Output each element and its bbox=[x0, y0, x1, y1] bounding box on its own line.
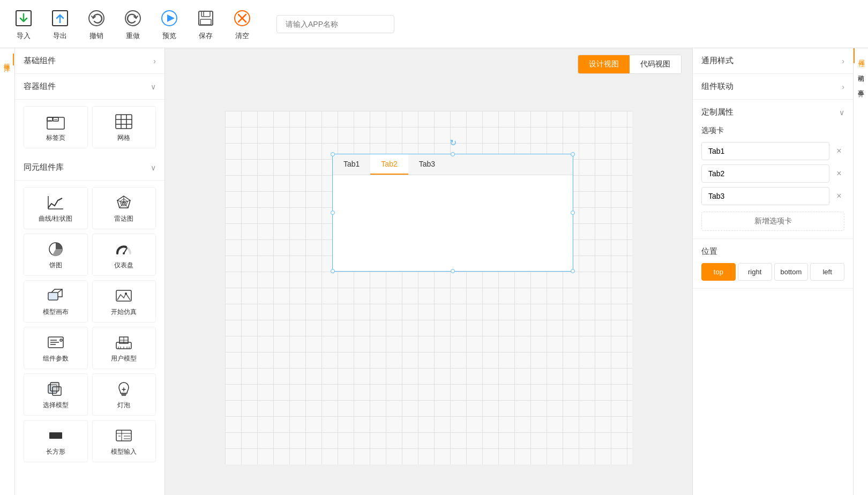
resize-handle-bl[interactable] bbox=[331, 269, 335, 273]
rectangle-component[interactable]: 长方形 bbox=[24, 420, 88, 462]
tab-input-row-3: × bbox=[701, 187, 844, 205]
rectangle-icon bbox=[46, 426, 65, 445]
select-model-icon bbox=[46, 379, 65, 399]
position-bottom-button[interactable]: bottom bbox=[774, 263, 809, 281]
resize-handle-tr[interactable] bbox=[571, 152, 575, 156]
tab-delete-1[interactable]: × bbox=[834, 146, 844, 156]
canvas-tab-2[interactable]: Tab2 bbox=[370, 154, 408, 175]
custom-attr-section: 定制属性 ∨ 选项卡 × × × bbox=[693, 100, 853, 239]
undo-icon bbox=[86, 8, 107, 29]
svg-line-30 bbox=[119, 202, 124, 208]
clear-button[interactable]: 清空 bbox=[229, 8, 255, 41]
resize-handle-mr[interactable] bbox=[571, 211, 575, 215]
same-unit-grid: 曲线/柱状图 雷达图 bbox=[15, 181, 164, 469]
far-right-sidebar: 属性 动画 事件 bbox=[853, 48, 868, 495]
select-model-component[interactable]: 选择模型 bbox=[24, 373, 88, 416]
radar-label: 雷达图 bbox=[114, 214, 133, 223]
model-canvas-component[interactable]: 模型画布 bbox=[24, 280, 88, 322]
tab-input-2[interactable] bbox=[701, 164, 829, 183]
export-icon bbox=[49, 8, 71, 29]
position-right-button[interactable]: right bbox=[738, 263, 772, 281]
svg-line-29 bbox=[124, 202, 128, 208]
import-button[interactable]: 导入 bbox=[11, 8, 36, 41]
sim-start-icon bbox=[114, 286, 133, 305]
container-components-header[interactable]: 容器组件 ∨ bbox=[15, 74, 164, 100]
position-left-button[interactable]: left bbox=[810, 263, 844, 281]
design-view-button[interactable]: 设计视图 bbox=[578, 55, 630, 73]
canvas-tab-1[interactable]: Tab1 bbox=[333, 154, 370, 175]
radar-component[interactable]: 雷达图 bbox=[92, 187, 156, 229]
tab-input-row-2: × bbox=[701, 164, 844, 183]
grid-icon bbox=[114, 112, 133, 131]
resize-handle-tm[interactable] bbox=[451, 152, 455, 156]
canvas-area: 设计视图 代码视图 ↻ Tab1 bbox=[165, 48, 692, 495]
canvas-tab-3[interactable]: Tab3 bbox=[408, 154, 446, 175]
model-canvas-label: 模型画布 bbox=[43, 308, 69, 317]
redo-label: 重做 bbox=[126, 31, 140, 41]
rotate-handle[interactable]: ↻ bbox=[448, 138, 457, 147]
comp-param-component[interactable]: 组件参数 bbox=[24, 327, 88, 369]
undo-button[interactable]: 撤销 bbox=[84, 8, 109, 41]
far-right-event-tab[interactable]: 事件 bbox=[854, 78, 867, 93]
tab-page-label: 标签页 bbox=[46, 133, 65, 142]
clear-icon bbox=[231, 8, 253, 29]
app-name-input[interactable] bbox=[276, 15, 394, 33]
position-top-button[interactable]: top bbox=[701, 263, 736, 281]
save-label: 保存 bbox=[199, 31, 213, 41]
canvas-wrapper[interactable]: ↻ Tab1 Tab2 Tab3 bbox=[165, 80, 692, 495]
component-link-header[interactable]: 组件联动 › bbox=[701, 81, 844, 92]
tab-delete-2[interactable]: × bbox=[834, 168, 844, 179]
gauge-label: 仪表盘 bbox=[114, 261, 133, 270]
pie-chart-component[interactable]: 饼图 bbox=[24, 234, 88, 276]
tab-delete-3[interactable]: × bbox=[834, 191, 844, 201]
component-link-title: 组件联动 bbox=[701, 81, 734, 92]
common-style-arrow: › bbox=[842, 57, 844, 65]
far-left-tab: 组件库 bbox=[0, 48, 15, 495]
same-unit-header[interactable]: 同元组件库 ∨ bbox=[15, 155, 164, 181]
clear-label: 清空 bbox=[235, 31, 249, 41]
pie-chart-icon bbox=[46, 239, 65, 259]
container-chevron-icon: ∨ bbox=[151, 82, 156, 91]
preview-button[interactable]: 预览 bbox=[156, 8, 182, 41]
tab-input-3[interactable] bbox=[701, 187, 829, 205]
pie-chart-label: 饼图 bbox=[49, 261, 62, 270]
same-unit-title: 同元组件库 bbox=[24, 162, 64, 172]
gauge-component[interactable]: 仪表盘 bbox=[92, 234, 156, 276]
resize-handle-br[interactable] bbox=[571, 269, 575, 273]
resize-handle-ml[interactable] bbox=[331, 211, 335, 215]
model-input-component[interactable]: 模型输入 bbox=[92, 420, 156, 462]
user-model-component[interactable]: 用户模型 bbox=[92, 327, 156, 369]
resize-handle-bm[interactable] bbox=[451, 269, 455, 273]
bulb-component[interactable]: 灯泡 bbox=[92, 373, 156, 416]
user-model-icon bbox=[114, 333, 133, 352]
tab-input-1[interactable] bbox=[701, 142, 829, 160]
rectangle-label: 长方形 bbox=[46, 447, 65, 456]
add-tab-button[interactable]: 新增选项卡 bbox=[701, 212, 844, 231]
grid-component[interactable]: 网格 bbox=[92, 106, 156, 148]
svg-rect-56 bbox=[49, 432, 62, 439]
common-style-section: 通用样式 › bbox=[693, 48, 853, 74]
canvas-topbar: 设计视图 代码视图 bbox=[165, 48, 692, 80]
code-view-button[interactable]: 代码视图 bbox=[630, 55, 681, 73]
tab-inputs-container: × × × 新增选项卡 bbox=[701, 142, 844, 231]
custom-attr-header[interactable]: 定制属性 ∨ bbox=[701, 107, 844, 117]
custom-attr-title: 定制属性 bbox=[701, 107, 734, 117]
svg-rect-38 bbox=[116, 290, 131, 301]
tab-page-component[interactable]: 标签页 bbox=[24, 106, 88, 148]
export-button[interactable]: 导出 bbox=[47, 8, 73, 41]
common-style-header[interactable]: 通用样式 › bbox=[701, 56, 844, 66]
far-right-attr-tab[interactable]: 属性 bbox=[854, 48, 868, 63]
line-chart-component[interactable]: 曲线/柱状图 bbox=[24, 187, 88, 229]
far-right-animate-tab[interactable]: 动画 bbox=[854, 63, 867, 78]
redo-button[interactable]: 重做 bbox=[120, 8, 146, 41]
position-section: 位置 top right bottom left bbox=[693, 239, 853, 289]
basic-components-header[interactable]: 基础组件 › bbox=[15, 48, 164, 74]
save-button[interactable]: 保存 bbox=[193, 8, 219, 41]
radar-icon bbox=[114, 193, 133, 212]
component-library-tab[interactable]: 组件库 bbox=[1, 54, 13, 65]
resize-handle-tl[interactable] bbox=[331, 152, 335, 156]
tab-component-canvas[interactable]: ↻ Tab1 Tab2 Tab3 bbox=[332, 154, 573, 272]
sim-start-component[interactable]: 开始仿真 bbox=[92, 280, 156, 322]
svg-point-44 bbox=[60, 339, 62, 341]
canvas-grid[interactable]: ↻ Tab1 Tab2 Tab3 bbox=[225, 111, 632, 464]
